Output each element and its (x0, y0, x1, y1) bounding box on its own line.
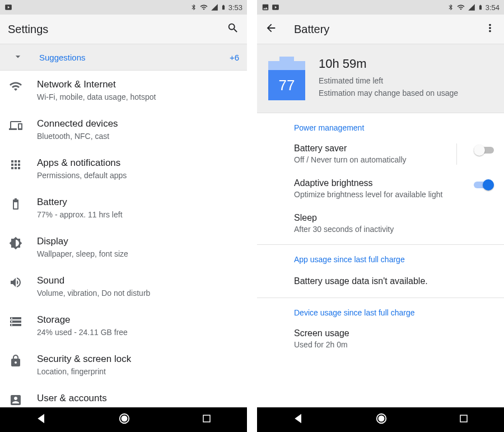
lock-icon (9, 354, 22, 368)
play-store-icon (272, 3, 279, 11)
chevron-down-icon (12, 51, 24, 64)
nav-bar (0, 407, 247, 432)
row-sleep[interactable]: Sleep After 30 seconds of inactivity (257, 206, 504, 241)
suggestions-row[interactable]: Suggestions +6 (0, 44, 247, 71)
time-left-text: 10h 59m (319, 57, 458, 71)
battery-summary: 77 10h 59m Estimated time left Estimatio… (257, 44, 504, 113)
volume-icon (9, 276, 22, 289)
brightness-icon (9, 236, 22, 250)
more-vert-icon (484, 22, 496, 34)
section-device-usage: Device usage since last full charge (257, 298, 504, 322)
item-battery[interactable]: Battery77% - approx. 11 hrs left (0, 188, 247, 227)
recents-nav-button[interactable] (202, 414, 212, 426)
suggestions-count: +6 (230, 53, 239, 62)
svg-point-4 (379, 416, 384, 421)
play-store-icon (4, 3, 12, 11)
status-bar: 3:53 (0, 0, 247, 15)
wifi-icon (456, 3, 465, 11)
back-button[interactable] (265, 22, 277, 36)
recents-nav-button[interactable] (459, 414, 469, 426)
item-apps[interactable]: Apps & notificationsPermissions, default… (0, 149, 247, 188)
back-nav-button[interactable] (36, 413, 47, 426)
battery-saver-toggle[interactable] (474, 145, 494, 156)
adaptive-brightness-toggle[interactable] (474, 179, 494, 191)
bluetooth-icon (190, 3, 197, 11)
item-storage[interactable]: Storage24% used - 24.11 GB free (0, 306, 247, 345)
clock-text: 3:54 (486, 3, 500, 12)
overflow-button[interactable] (484, 22, 496, 36)
home-nav-button[interactable] (375, 412, 388, 427)
item-sound[interactable]: SoundVolume, vibration, Do not disturb (0, 267, 247, 306)
storage-icon (9, 315, 22, 328)
estimation-note: Estimation may change based on usage (319, 87, 458, 99)
apps-icon (9, 158, 22, 171)
battery-status-icon (221, 3, 226, 11)
page-title: Settings (8, 23, 48, 36)
search-button[interactable] (227, 22, 239, 36)
bluetooth-icon (447, 3, 454, 11)
back-nav-button[interactable] (293, 413, 304, 426)
svg-rect-2 (203, 415, 210, 422)
battery-icon (9, 197, 22, 211)
settings-list[interactable]: Network & InternetWi-Fi, mobile, data us… (0, 71, 247, 407)
person-icon (9, 393, 22, 407)
signal-icon (211, 3, 218, 11)
estimated-label: Estimated time left (319, 75, 458, 87)
svg-point-1 (122, 416, 127, 421)
battery-large-icon: 77 (268, 57, 305, 100)
signal-icon (468, 3, 475, 11)
nav-bar (257, 407, 504, 432)
battery-status-icon (478, 3, 483, 11)
item-security[interactable]: Security & screen lockLocation, fingerpr… (0, 345, 247, 384)
section-power-management: Power management (257, 113, 504, 137)
battery-list[interactable]: Power management Battery saver Off / Nev… (257, 113, 504, 407)
settings-screen: 3:53 Settings Suggestions +6 Network & I… (0, 0, 247, 432)
wifi-icon (199, 3, 208, 11)
page-title: Battery (294, 23, 329, 36)
item-users[interactable]: User & accountsSigned in as Owner (0, 384, 247, 407)
home-nav-button[interactable] (118, 412, 130, 427)
devices-icon (9, 119, 22, 132)
status-bar: 3:54 (257, 0, 504, 15)
search-icon (227, 22, 239, 34)
row-screen-usage[interactable]: Screen usage Used for 2h 0m (257, 322, 504, 356)
app-bar: Battery (257, 15, 504, 44)
row-adaptive-brightness[interactable]: Adaptive brightness Optimize brightness … (257, 171, 504, 206)
battery-percent-text: 77 (268, 70, 305, 100)
row-battery-saver[interactable]: Battery saver Off / Never turn on automa… (257, 137, 504, 171)
clock-text: 3:53 (228, 3, 242, 12)
section-app-usage: App usage since last full charge (257, 245, 504, 268)
item-network[interactable]: Network & InternetWi-Fi, mobile, data us… (0, 71, 247, 110)
app-bar: Settings (0, 15, 247, 44)
item-display[interactable]: DisplayWallpaper, sleep, font size (0, 227, 247, 267)
battery-screen: 3:54 Battery 77 10h 59m Estimated time l… (257, 0, 504, 432)
arrow-back-icon (265, 22, 277, 34)
wifi-icon (9, 80, 22, 93)
image-icon (262, 3, 269, 11)
svg-rect-5 (460, 415, 467, 422)
item-connected-devices[interactable]: Connected devicesBluetooth, NFC, cast (0, 110, 247, 149)
no-usage-data-text: Battery usage data isn't available. (257, 268, 504, 294)
suggestions-label: Suggestions (39, 53, 230, 62)
